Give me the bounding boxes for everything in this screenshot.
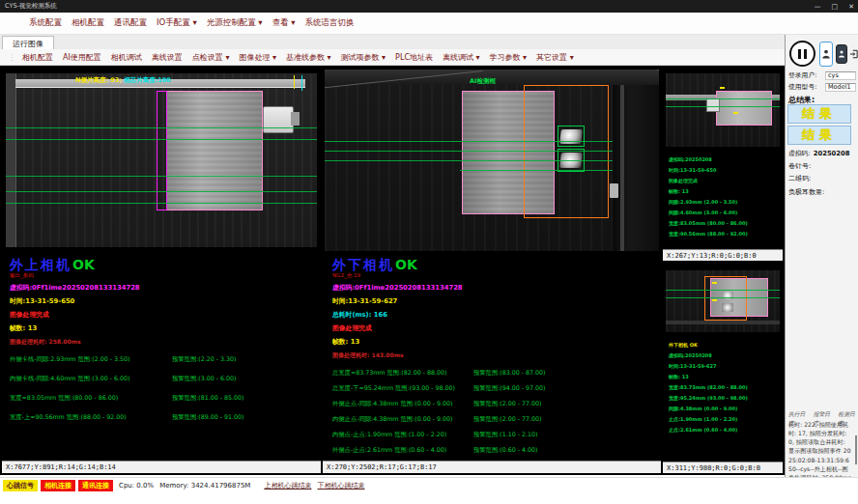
mini-result-line: 止点:1.90mm (1.00 - 2.20) xyxy=(669,414,748,425)
warning-range-text: 预警范围:(2.00 - 77.00) xyxy=(473,415,542,424)
mini-top-image[interactable] xyxy=(666,73,780,147)
toolbar-item[interactable]: PLC地址表 xyxy=(390,52,438,63)
mini-bottom-spot-2 xyxy=(722,303,733,312)
warning-range-text: 预警范围:(94.00 - 97.00) xyxy=(473,384,546,393)
mini-result-line: 间隙:2.93mm (2.00 - 3.50) xyxy=(669,197,748,208)
mini-result-line: 间隙:4.38mm (0.00 - 9.00) xyxy=(669,404,748,414)
cyan-marker-line xyxy=(301,75,302,91)
mini-result-line: 宽度:90.56mm (88.00 - 92.00) xyxy=(669,229,748,239)
toolbar-item[interactable]: 图像处理 ▾ xyxy=(234,52,281,63)
sidebar-scrollbar[interactable] xyxy=(855,435,857,464)
warning-range-text: 预警范围:(89.00 - 91.00) xyxy=(172,413,244,422)
inspected-part xyxy=(166,91,263,210)
center-cycle-line: 总耗时(ms): 166 xyxy=(332,310,657,320)
measurement-text: 内侧点-止点:1.90mm 范围:(1.00 - 2.20) xyxy=(332,431,473,439)
warning-range-text: 预警范围:(83.00 - 87.00) xyxy=(473,369,546,378)
measurement-text: 内侧止点-间隙:4.38mm 范围:(0.00 - 9.00) xyxy=(332,415,473,424)
virtual-code-label: 虚拟码: xyxy=(788,149,811,158)
core-height-overlay-label: 相芯片高度:100 xyxy=(124,76,171,84)
mini-result-line: 止点:2.61mm (0.60 - 4.00) xyxy=(669,425,748,435)
window-title: CYS-视觉检测系统 xyxy=(5,2,57,11)
pause-button[interactable] xyxy=(789,41,815,67)
toolbar: ⋮ 相机配置 AI使用配置 相机调试 离线设置 点检设置 ▾ 图像处理 ▾ 基准… xyxy=(0,49,785,66)
login-user-button[interactable] xyxy=(819,42,833,67)
mini-result-line: 间隙:4.60mm (3.00 - 6.00) xyxy=(669,208,748,218)
center-coordinate-strip: X:270;Y:2502;R:17;G:17;B:17 xyxy=(323,461,661,473)
toolbar-item[interactable]: 测试项参数 ▾ xyxy=(336,52,391,63)
left-done-line: 图像处理完成 xyxy=(10,310,317,320)
measurement-text: 宽度=83.05mm 范围:(80.00 - 86.00) xyxy=(10,394,172,403)
right-sidebar: 登录用户: cys 使用型号: Model1 总结果: 结果 结果 虚拟码: 2… xyxy=(785,35,858,478)
result-box-2: 结果 xyxy=(787,126,851,145)
toolbar-item[interactable]: 相机调试 xyxy=(106,52,147,63)
measurement-row: 外侧卡线-间隙:2.93mm 范围:(2.00 - 3.50) 预警范围:(2.… xyxy=(10,355,317,364)
toolbar-item[interactable]: 基准线参数 ▾ xyxy=(281,52,336,63)
menu-item[interactable]: 光源控制配置 ▾ xyxy=(207,17,263,29)
toolbar-item[interactable]: 点检设置 ▾ xyxy=(187,52,235,63)
left-ok-status: OK xyxy=(72,257,95,272)
mini-bottom-image[interactable] xyxy=(666,270,780,332)
mini-result-line: 时间:13-31-59-650 xyxy=(669,165,748,176)
menu-item[interactable]: IO手配置 ▾ xyxy=(157,17,197,29)
mini-result-line: 虚拟码:20250208 xyxy=(669,350,748,361)
menu-item[interactable]: 通讯配置 xyxy=(114,17,147,29)
qr-code-label: 二维码: xyxy=(788,174,811,183)
menu-item[interactable]: 系统配置 xyxy=(29,17,62,29)
left-coordinate-strip: X:7677;Y:891;R:14;G:14;B:14 xyxy=(2,461,321,473)
image-edge-strip xyxy=(6,73,16,247)
toolbar-item[interactable]: 学习参数 ▾ xyxy=(485,52,532,63)
warning-range-text: 预警范围:(1.10 - 2.10) xyxy=(473,431,538,439)
status-badge: 心跳信号 xyxy=(3,480,38,491)
lower-camera-heartbeat-link[interactable]: 下相机心跳结束 xyxy=(317,481,364,490)
measurement-text: 外侧卡线-间隙:2.93mm 范围:(2.00 - 3.50) xyxy=(10,355,172,364)
virtual-code-value: 20250208 xyxy=(814,150,850,157)
mini-result-line: 虚拟码:20250208 xyxy=(669,154,748,165)
minimize-button[interactable]: — xyxy=(815,3,821,11)
center-camera-title: 外下相机 xyxy=(332,257,394,272)
maximize-button[interactable]: □ xyxy=(832,3,839,11)
log-text: 耗时: 222, 拍照使用耗时: 17, 拍照分发耗时: 0, 拍照读取合并耗时… xyxy=(788,420,852,482)
status-badge: 相机连接 xyxy=(41,480,75,491)
main-area: N侧片高度: 93; 相芯片高度:100 外上相机OK 输出_条码 虚拟码:0F… xyxy=(0,66,785,475)
login-user-value[interactable]: cys xyxy=(825,71,856,80)
mini-result-line: 帧数: 13 xyxy=(669,186,748,197)
mini-view-top: 虚拟码:20250208 时间:13-31-59-650 图像处理完成 帧数: … xyxy=(663,70,783,261)
mini-top-connector xyxy=(706,98,720,112)
close-button[interactable]: ✕ xyxy=(848,3,854,11)
login-user-label: 登录用户: xyxy=(788,70,816,80)
status-bar: 心跳信号 相机连接 通讯连接 Cpu: 0.0% Memory: 3424.41… xyxy=(0,477,858,492)
toolbar-item[interactable]: 离线设置 xyxy=(147,52,187,63)
operator-button[interactable] xyxy=(836,44,847,64)
exit-button[interactable] xyxy=(849,42,858,66)
upper-camera-heartbeat-link[interactable]: 上相机心跳结束 xyxy=(264,481,311,490)
warning-range-text: 预警范围:(0.60 - 4.00) xyxy=(473,446,538,455)
measurement-text: 宽度-上=90.56mm 范围:(88.00 - 92.00) xyxy=(10,413,172,422)
toolbar-grip: ⋮ xyxy=(8,53,15,62)
status-badge: 通讯连接 xyxy=(78,480,113,491)
mini-bottom-coordinate-strip: X:311;Y:980;R:0;G:0;B:0 xyxy=(663,462,783,473)
measurement-row: 宽度-上=90.56mm 范围:(88.00 - 92.00) 预警范围:(89… xyxy=(10,413,317,422)
menu-item[interactable]: 系统语言切换 xyxy=(305,17,355,29)
menu-item[interactable]: 相机配置 xyxy=(72,17,104,29)
measurement-text: 总宽度=83.73mm 范围:(82.00 - 88.00) xyxy=(332,369,473,378)
toolbar-item[interactable]: AI使用配置 xyxy=(58,52,106,63)
center-camera-image[interactable]: AI检测框 xyxy=(325,70,659,251)
menu-bar: 系统配置 相机配置 通讯配置 IO手配置 ▾ 光源控制配置 ▾ 查看 ▾ 系统语… xyxy=(0,13,858,35)
left-camera-image[interactable]: N侧片高度: 93; 相芯片高度:100 xyxy=(6,73,317,247)
toolbar-item[interactable]: 相机配置 xyxy=(17,52,58,63)
user-icon xyxy=(821,48,831,60)
toolbar-item[interactable]: 离线调试 ▾ xyxy=(438,52,485,63)
center-time-line: 时间:13-31-59-627 xyxy=(332,296,657,306)
tab-run-image[interactable]: 运行图像 xyxy=(2,36,54,50)
mini-bottom-tick-2 xyxy=(712,299,717,301)
toolbar-item[interactable]: 其它设置 ▾ xyxy=(531,52,579,63)
mini-top-tick-2 xyxy=(733,112,738,114)
center-result-panel: 外下相机OK NG2_合:19 虚拟码:0Ff1ime2025020813313… xyxy=(332,255,657,462)
camera-view-outer-lower: AI检测框 外下相机OK NG2_合:19 虚拟码:0Ff1ime2025020… xyxy=(323,70,661,473)
menu-item[interactable]: 查看 ▾ xyxy=(272,17,296,29)
fixture-highlight xyxy=(620,85,624,251)
measurement-row: 外侧点-止点:2.61mm 范围:(0.60 - 4.00) 预警范围:(0.6… xyxy=(332,446,657,455)
fixture-nub xyxy=(610,183,618,198)
connector-tab xyxy=(263,106,294,133)
model-value[interactable]: Model1 xyxy=(825,83,856,92)
